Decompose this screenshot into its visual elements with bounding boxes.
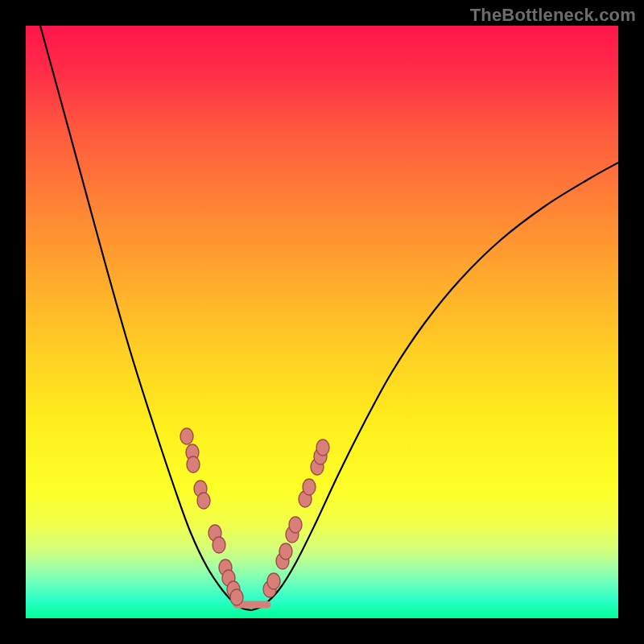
chart-area — [26, 26, 618, 618]
marker-dot — [230, 589, 243, 605]
marker-dot — [197, 493, 210, 509]
markers-left — [180, 428, 243, 605]
marker-dot — [213, 537, 225, 553]
marker-dot — [303, 479, 316, 495]
marker-dot — [267, 573, 280, 589]
curve-left — [40, 26, 251, 610]
marker-dot — [187, 456, 200, 473]
markers-right — [263, 440, 329, 597]
curve-right — [251, 163, 618, 610]
marker-dot — [316, 440, 329, 456]
marker-dot — [279, 543, 292, 559]
watermark-text: TheBottleneck.com — [470, 5, 636, 26]
marker-dot — [289, 517, 302, 533]
marker-dot — [180, 428, 193, 444]
chart-svg — [26, 26, 618, 618]
